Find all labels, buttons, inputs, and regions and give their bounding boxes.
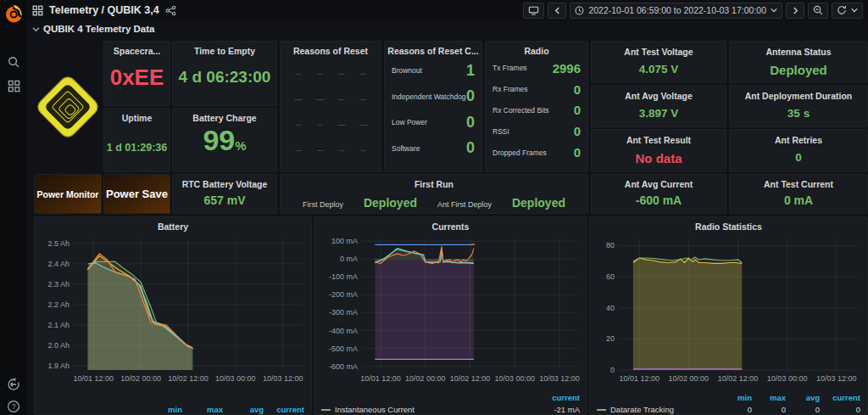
stat-value: 0 mA bbox=[730, 193, 867, 207]
reset-indicator: –––– bbox=[294, 98, 302, 101]
search-icon[interactable] bbox=[0, 49, 27, 75]
currents-chart[interactable]: -600 mA-500 mA-400 mA-300 mA-200 mA-100 … bbox=[316, 234, 585, 385]
power-monitor-panel[interactable]: Power Monitor bbox=[34, 174, 102, 214]
stat-row: RSSI0 bbox=[492, 124, 581, 138]
svg-text:2.2 Ah: 2.2 Ah bbox=[47, 300, 70, 309]
stat-row: Rx Frames0 bbox=[492, 82, 581, 97]
stat-row: Brownout1 bbox=[392, 62, 475, 80]
help-icon[interactable]: ? bbox=[0, 394, 27, 415]
svg-text:10/03 12:00: 10/03 12:00 bbox=[539, 374, 580, 383]
first-deploy-label: First Deploy bbox=[303, 200, 343, 209]
svg-text:10/01 12:00: 10/01 12:00 bbox=[619, 374, 659, 383]
time-shift-forward-button[interactable] bbox=[786, 3, 804, 19]
svg-text:10/02 00:00: 10/02 00:00 bbox=[120, 374, 161, 383]
apps-grid-icon[interactable] bbox=[32, 5, 43, 16]
row-toggle[interactable]: QUBIK 4 Telemetry Data bbox=[32, 24, 154, 34]
time-to-empty-panel: Time to Empty 4 d 06:23:00 bbox=[172, 41, 277, 106]
svg-text:100 mA: 100 mA bbox=[331, 237, 358, 245]
chevron-down-icon bbox=[32, 26, 40, 32]
svg-text:-200 mA: -200 mA bbox=[329, 290, 358, 299]
share-icon[interactable] bbox=[165, 5, 176, 16]
tv-mode-button[interactable] bbox=[523, 3, 544, 19]
dashboard-grid: Spacecra... 0xEE Time to Empty 4 d 06:23… bbox=[27, 41, 868, 415]
reset-indicator: –– bbox=[361, 149, 365, 152]
rtc-battery-value: 657 mV bbox=[173, 193, 276, 207]
svg-text:-100 mA: -100 mA bbox=[329, 272, 358, 281]
time-range-picker[interactable]: 2022-10-01 06:59:00 to 2022-10-03 17:00:… bbox=[570, 3, 782, 19]
refresh-button[interactable] bbox=[832, 3, 863, 19]
reset-indicator: –––– bbox=[337, 123, 345, 126]
panel-title[interactable]: Reasons of Reset C... bbox=[385, 42, 481, 56]
reasons-of-reset-panel: Reasons of Reset –––––––––––––––––––––––… bbox=[280, 41, 381, 172]
zoom-out-button[interactable] bbox=[808, 3, 828, 19]
svg-text:10/01 12:00: 10/01 12:00 bbox=[74, 374, 114, 383]
svg-text:20: 20 bbox=[606, 334, 615, 343]
radio-statistics-legend: min max avg current Datarate Tracking 0 … bbox=[597, 393, 860, 414]
spacecraft-panel: Spacecra... 0xEE bbox=[103, 41, 170, 106]
panel-title[interactable]: Uptime bbox=[104, 109, 170, 123]
battery-chart-panel: Battery 1.9 Ah2.0 Ah2.1 Ah2.2 Ah2.3 Ah2.… bbox=[34, 216, 312, 415]
reset-indicator: –– bbox=[296, 72, 300, 76]
top-bar: Telemetry / QUBIK 3,4 2022-10-01 06:59:0… bbox=[27, 0, 868, 20]
stat-row: Tx Frames2996 bbox=[492, 61, 581, 76]
antenna-status-panel: Antenna StatusDeployed bbox=[729, 41, 868, 83]
svg-text:-300 mA: -300 mA bbox=[329, 308, 358, 317]
panel-title[interactable]: Radio bbox=[486, 42, 587, 56]
svg-text:2.4 Ah: 2.4 Ah bbox=[47, 260, 70, 268]
svg-text:10/02 12:00: 10/02 12:00 bbox=[450, 374, 491, 383]
panel-title[interactable]: Reasons of Reset bbox=[281, 42, 381, 56]
panel-title[interactable]: Battery Charge bbox=[173, 109, 276, 123]
ant-avg-voltage-panel: Ant Avg Voltage3.897 V bbox=[591, 85, 726, 127]
battery-charge-value: 99% bbox=[173, 125, 276, 161]
ant-deployment-duration-panel: Ant Deployment Duration35 s bbox=[729, 85, 868, 127]
first-deploy-value: Deployed bbox=[364, 196, 417, 210]
stat-value: Deployed bbox=[730, 63, 867, 77]
svg-text:60: 60 bbox=[606, 272, 615, 281]
panel-title[interactable]: Time to Empty bbox=[173, 42, 276, 56]
reset-indicator: –– bbox=[339, 149, 343, 152]
svg-text:2.3 Ah: 2.3 Ah bbox=[47, 280, 70, 289]
stat-row: Software0 bbox=[392, 139, 475, 157]
svg-text:-600 mA: -600 mA bbox=[329, 362, 358, 371]
dashboard-title[interactable]: Telemetry / QUBIK 3,4 bbox=[49, 4, 159, 16]
reset-indicator: –––– bbox=[359, 123, 367, 126]
svg-text:-500 mA: -500 mA bbox=[329, 345, 358, 353]
time-shift-back-button[interactable] bbox=[548, 3, 566, 19]
svg-text:10/03 00:00: 10/03 00:00 bbox=[767, 374, 808, 383]
svg-text:80: 80 bbox=[606, 241, 615, 250]
svg-text:2.0 Ah: 2.0 Ah bbox=[47, 341, 70, 350]
time-to-empty-value: 4 d 06:23:00 bbox=[173, 68, 276, 87]
time-range-label: 2022-10-01 06:59:00 to 2022-10-03 17:00:… bbox=[588, 5, 766, 15]
reset-indicator: –––– bbox=[316, 98, 324, 101]
battery-chart[interactable]: 1.9 Ah2.0 Ah2.1 Ah2.2 Ah2.3 Ah2.4 Ah2.5 … bbox=[36, 234, 309, 385]
svg-text:10/01 12:00: 10/01 12:00 bbox=[360, 374, 401, 383]
svg-text:1.9 Ah: 1.9 Ah bbox=[47, 362, 70, 370]
stat-row: Independent Watchdog0 bbox=[392, 87, 475, 105]
stat-value: 3.897 V bbox=[592, 107, 726, 120]
ant-test-current-panel: Ant Test Current 0 mA bbox=[729, 174, 868, 214]
stat-row: Low Power0 bbox=[392, 114, 475, 132]
svg-text:10/03 12:00: 10/03 12:00 bbox=[816, 374, 857, 383]
svg-text:10/03 12:00: 10/03 12:00 bbox=[263, 374, 303, 383]
radio-statistics-chart[interactable]: 02040608010/01 12:0010/02 00:0010/02 12:… bbox=[592, 234, 865, 385]
svg-text:2.1 Ah: 2.1 Ah bbox=[47, 321, 70, 329]
dashboards-icon[interactable] bbox=[0, 73, 27, 98]
qubik-logo bbox=[34, 73, 101, 140]
radio-panel: Radio Tx Frames2996 Rx Frames0 Rx Correc… bbox=[485, 41, 588, 172]
reset-indicator: ––– bbox=[360, 98, 366, 101]
series-color-mark bbox=[321, 409, 331, 411]
row-title: QUBIK 4 Telemetry Data bbox=[43, 24, 154, 34]
stat-value: 0 bbox=[730, 151, 867, 164]
power-save-panel[interactable]: Power Save bbox=[103, 174, 170, 214]
stat-value: 4.075 V bbox=[592, 63, 726, 76]
ant-test-voltage-panel: Ant Test Voltage4.075 V bbox=[591, 41, 726, 83]
uptime-panel: Uptime 1 d 01:29:36 bbox=[103, 108, 170, 172]
svg-text:40: 40 bbox=[606, 304, 615, 312]
grafana-logo[interactable] bbox=[3, 3, 25, 25]
rtc-battery-voltage-panel: RTC Battery Voltage 657 mV bbox=[172, 174, 277, 214]
reset-indicator-grid: ––––––––––––––––––––––––––––––––––––––––… bbox=[287, 61, 374, 163]
mission-logo-panel bbox=[34, 41, 102, 172]
reset-indicator: ––– bbox=[295, 149, 301, 152]
panel-title[interactable]: Spacecra... bbox=[104, 42, 170, 56]
svg-text:0 mA: 0 mA bbox=[340, 255, 358, 263]
